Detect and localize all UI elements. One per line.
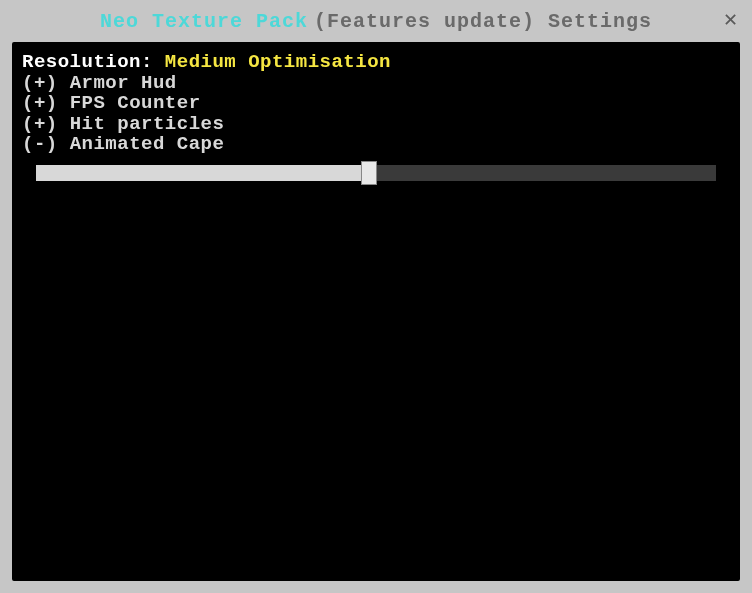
title-suffix: (Features update) Settings — [314, 10, 652, 33]
feature-marker: (+) — [22, 92, 58, 114]
resolution-value: Medium Optimisation — [165, 51, 391, 73]
slider-handle[interactable] — [361, 161, 377, 185]
slider-empty — [369, 165, 716, 181]
resolution-label: Resolution: — [22, 51, 165, 73]
feature-armor-hud[interactable]: (+) Armor Hud — [22, 73, 730, 94]
titlebar: Neo Texture Pack (Features update) Setti… — [0, 0, 752, 42]
feature-fps-counter[interactable]: (+) FPS Counter — [22, 93, 730, 114]
content-panel: Resolution: Medium Optimisation (+) Armo… — [12, 42, 740, 581]
feature-name: Hit particles — [70, 113, 225, 135]
feature-hit-particles[interactable]: (+) Hit particles — [22, 114, 730, 135]
close-icon[interactable]: ✕ — [720, 10, 740, 30]
slider[interactable] — [36, 165, 716, 181]
feature-animated-cape[interactable]: (-) Animated Cape — [22, 134, 730, 155]
feature-marker: (-) — [22, 133, 58, 155]
window-title: Neo Texture Pack (Features update) Setti… — [100, 10, 652, 33]
resolution-setting[interactable]: Resolution: Medium Optimisation — [22, 52, 730, 73]
feature-marker: (+) — [22, 113, 58, 135]
feature-name: Animated Cape — [70, 133, 225, 155]
title-brand: Neo Texture Pack — [100, 10, 308, 33]
settings-window: Neo Texture Pack (Features update) Setti… — [0, 0, 752, 593]
feature-marker: (+) — [22, 72, 58, 94]
feature-name: Armor Hud — [70, 72, 177, 94]
feature-name: FPS Counter — [70, 92, 201, 114]
slider-fill — [36, 165, 369, 181]
